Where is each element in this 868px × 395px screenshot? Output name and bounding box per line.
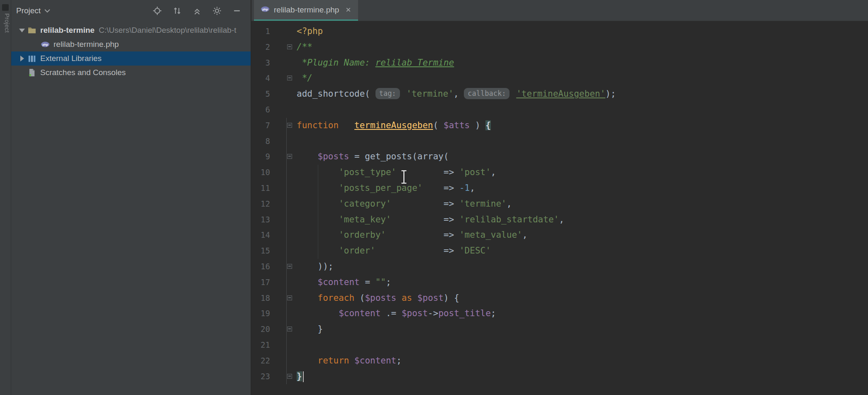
close-icon[interactable] [345,7,351,13]
fold-end-icon[interactable] [287,327,292,332]
code-line[interactable]: 5add_shortcode( tag: 'termine', callback… [251,86,868,102]
tree-item-path: C:\Users\Daniel\Desktop\relilab\relilab-… [99,26,237,35]
code-line[interactable]: 4 */ [251,71,868,86]
locate-icon[interactable] [153,6,162,15]
fold-column [286,275,294,290]
code-line[interactable]: 23} [251,369,868,385]
line-number[interactable]: 3 [251,55,270,71]
ide-window: Project Project relilab-termineC:\Users\… [0,0,868,395]
tree-item-scratches-and-consoles[interactable]: Scratches and Consoles [11,66,251,80]
fold-end-icon[interactable] [287,374,292,379]
line-number[interactable]: 2 [251,39,270,55]
line-number[interactable]: 15 [251,243,270,259]
line-number[interactable]: 22 [251,353,270,369]
line-number[interactable]: 12 [251,196,270,212]
line-number[interactable]: 10 [251,165,270,180]
chevron-down-icon[interactable] [44,7,50,15]
fold-start-icon[interactable] [287,154,292,159]
project-stripe-label[interactable]: Project [0,13,11,33]
line-number[interactable]: 21 [251,337,270,353]
line-number[interactable]: 6 [251,102,270,118]
fold-column [286,180,294,196]
gutter: 7 [251,118,297,134]
svg-text:php: php [262,7,268,11]
hide-icon[interactable] [232,6,241,15]
code-text: } [297,322,323,337]
tab-relilab-termine-php[interactable]: php relilab-termine.php [254,0,358,21]
fold-start-icon[interactable] [287,295,292,300]
code-line[interactable]: 2/** [251,39,868,55]
line-number[interactable]: 14 [251,227,270,243]
gutter: 2 [251,39,297,55]
code-line[interactable]: 19 $content .= $post->post_title; [251,306,868,322]
code-line[interactable]: 21 [251,337,868,353]
code-text: )); [297,259,334,275]
gutter: 1 [251,24,297,39]
code-line[interactable]: 13 'meta_key' => 'relilab_startdate', [251,212,868,228]
svg-text:php: php [42,43,48,46]
code-line[interactable]: 3 *Plugin Name: relilab Termine [251,55,868,71]
code-line[interactable]: 10 'post_type' => 'post', [251,165,868,180]
tree-item-relilab-termine-php[interactable]: phprelilab-termine.php [11,37,251,51]
code-line[interactable]: 20 } [251,322,868,337]
gutter: 4 [251,71,297,86]
line-number[interactable]: 5 [251,86,270,102]
chevron-right-icon[interactable] [17,56,27,61]
code-line[interactable]: 17 $content = ""; [251,275,868,290]
fold-column [286,306,294,322]
code-text: /** [297,39,312,55]
gutter: 16 [251,259,297,275]
fold-start-icon[interactable] [287,44,292,49]
code-line[interactable]: 9 $posts = get_posts(array( [251,149,868,165]
line-number[interactable]: 4 [251,71,270,86]
collapse-all-icon[interactable] [193,6,202,15]
gutter: 18 [251,290,297,306]
code-text: $posts = get_posts(array( [297,149,449,165]
tree-item-external-libraries[interactable]: External Libraries [11,51,251,66]
project-panel-title[interactable]: Project [16,6,41,15]
line-number[interactable]: 18 [251,290,270,306]
line-number[interactable]: 9 [251,149,270,165]
fold-start-icon[interactable] [287,123,292,128]
gutter: 22 [251,353,297,369]
line-number[interactable]: 20 [251,322,270,337]
fold-column [286,102,294,118]
editor: php relilab-termine.php 1<?php2/**3 *Plu… [251,0,868,395]
code-editor[interactable]: 1<?php2/**3 *Plugin Name: relilab Termin… [251,21,868,395]
tree-item-label: Scratches and Consoles [40,68,126,77]
php-icon: php [40,39,50,49]
fold-column [286,55,294,71]
code-line[interactable]: 18 foreach ($posts as $post) { [251,290,868,306]
fold-column [286,322,294,337]
code-line[interactable]: 15 'order' => 'DESC' [251,243,868,259]
fold-end-icon[interactable] [287,76,292,80]
line-number[interactable]: 13 [251,212,270,228]
line-number[interactable]: 8 [251,134,270,149]
code-line[interactable]: 6 [251,102,868,118]
fold-column [286,39,294,55]
line-number[interactable]: 23 [251,369,270,385]
chevron-down-icon[interactable] [17,29,27,32]
gutter: 9 [251,149,297,165]
code-text: 'post_type' => 'post', [297,165,496,180]
code-line[interactable]: 16 )); [251,259,868,275]
code-line[interactable]: 7function termineAusgeben( $atts ) { [251,118,868,134]
code-line[interactable]: 8 [251,134,868,149]
line-number[interactable]: 7 [251,118,270,134]
line-number[interactable]: 11 [251,180,270,196]
line-number[interactable]: 16 [251,259,270,275]
code-line[interactable]: 12 'category' => 'termine', [251,196,868,212]
code-line[interactable]: 11 'posts_per_page' => -1, [251,180,868,196]
menu-icon[interactable] [2,4,9,11]
code-line[interactable]: 22 return $content; [251,353,868,369]
line-number[interactable]: 1 [251,24,270,39]
line-number[interactable]: 19 [251,306,270,322]
tree-item-relilab-termine[interactable]: relilab-termineC:\Users\Daniel\Desktop\r… [11,23,251,37]
project-panel-header: Project [11,0,251,22]
settings-icon[interactable] [212,6,222,15]
sort-icon[interactable] [173,6,182,15]
code-line[interactable]: 14 'orderby' => 'meta_value', [251,227,868,243]
code-line[interactable]: 1<?php [251,24,868,39]
line-number[interactable]: 17 [251,275,270,290]
fold-end-icon[interactable] [287,264,292,269]
